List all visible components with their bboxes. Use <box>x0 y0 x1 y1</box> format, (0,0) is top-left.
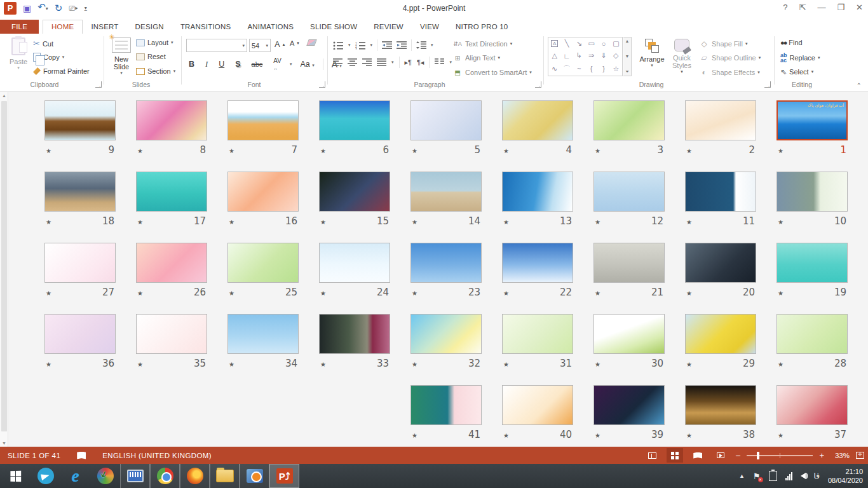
transition-star-icon[interactable]: ★ <box>412 432 417 439</box>
cut-button[interactable]: ✂Cut <box>33 39 53 48</box>
slide-image-14[interactable] <box>410 172 482 212</box>
transition-star-icon[interactable]: ★ <box>503 219 509 226</box>
taskbar-internet-explorer[interactable]: e <box>60 464 90 488</box>
shape-right-arrow-icon[interactable]: ⇒ <box>588 51 594 60</box>
transition-star-icon[interactable]: ★ <box>229 147 234 154</box>
transition-star-icon[interactable]: ★ <box>503 147 509 154</box>
shape-effects-button[interactable]: ◐Shape Effects▾ <box>699 67 760 78</box>
slide-thumbnail-41[interactable]: ★41 <box>410 385 482 440</box>
right-to-left-direction-button[interactable]: ¶◂ <box>417 58 424 67</box>
slide-image-8[interactable] <box>136 100 207 140</box>
replace-button[interactable]: abacReplace▾ <box>780 53 820 63</box>
zoom-in-button[interactable]: + <box>819 451 824 460</box>
slide-image-23[interactable] <box>410 243 482 283</box>
shape-text-box-icon[interactable]: A <box>551 40 558 47</box>
tab-review[interactable]: REVIEW <box>365 20 412 34</box>
slide-thumbnail-23[interactable]: ★23 <box>410 243 482 298</box>
close-icon[interactable]: ✕ <box>856 3 863 12</box>
align-left-icon[interactable] <box>333 58 342 66</box>
action-center-flag-icon[interactable]: ⚑ <box>753 471 761 481</box>
slide-thumbnail-2[interactable]: ★2 <box>685 100 756 156</box>
transition-star-icon[interactable]: ★ <box>137 361 143 368</box>
slide-thumbnail-19[interactable]: ★19 <box>776 243 848 298</box>
decrease-font-size-button[interactable]: A▾ <box>290 39 299 47</box>
transition-star-icon[interactable]: ★ <box>46 361 51 368</box>
transition-star-icon[interactable]: ★ <box>412 147 417 154</box>
slide-thumbnail-10[interactable]: ★10 <box>776 172 848 227</box>
numbering-icon[interactable]: 123 <box>355 41 366 50</box>
slide-thumbnail-34[interactable]: ★34 <box>227 314 299 369</box>
slide-thumbnail-24[interactable]: ★24 <box>319 243 390 298</box>
transition-star-icon[interactable]: ★ <box>595 219 600 226</box>
slide-image-12[interactable] <box>593 172 665 212</box>
left-to-right-direction-button[interactable]: ▸¶ <box>405 58 412 67</box>
tab-transitions[interactable]: TRANSITIONS <box>172 20 240 34</box>
slide-image-38[interactable] <box>685 385 756 425</box>
slide-image-30[interactable] <box>593 314 665 354</box>
underline-button[interactable]: U <box>216 59 227 69</box>
shape-arc-icon[interactable]: ⌒ <box>563 64 570 74</box>
slide-image-20[interactable] <box>685 243 756 283</box>
shape-down-arrow-icon[interactable]: ⇓ <box>600 51 606 60</box>
transition-star-icon[interactable]: ★ <box>46 147 51 154</box>
slide-image-33[interactable] <box>319 314 390 354</box>
slide-image-39[interactable] <box>593 385 665 425</box>
change-case-button[interactable]: Aa ▾ <box>297 59 316 69</box>
bullets-icon[interactable] <box>333 41 344 50</box>
transition-star-icon[interactable]: ★ <box>229 361 234 368</box>
slide-thumbnail-29[interactable]: ★29 <box>685 314 756 369</box>
quick-styles-button[interactable]: Quick Styles▾ <box>667 36 696 81</box>
slide-thumbnail-31[interactable]: ★31 <box>502 314 573 369</box>
language-indicator[interactable]: ENGLISH (UNITED KINGDOM) <box>102 452 212 459</box>
slide-image-13[interactable] <box>502 172 573 212</box>
slide-image-31[interactable] <box>502 314 573 354</box>
slide-thumbnail-18[interactable]: ★18 <box>44 172 116 227</box>
font-size-combo[interactable]: 54▾ <box>249 39 271 52</box>
transition-star-icon[interactable]: ★ <box>778 219 783 226</box>
font-dialog-launcher[interactable] <box>319 81 325 88</box>
tab-animations[interactable]: ANIMATIONS <box>239 20 302 34</box>
fit-slide-to-window-icon[interactable] <box>856 452 864 459</box>
shape-snip-shape-icon[interactable]: ◇ <box>613 51 618 60</box>
tab-slide-show[interactable]: SLIDE SHOW <box>302 20 365 34</box>
slide-thumbnail-36[interactable]: ★36 <box>44 314 116 369</box>
slide-image-26[interactable] <box>136 243 207 283</box>
clear-formatting-button[interactable] <box>308 39 316 46</box>
slide-thumbnail-33[interactable]: ★33 <box>319 314 390 369</box>
transition-star-icon[interactable]: ★ <box>595 432 600 439</box>
slide-thumbnail-37[interactable]: ★37 <box>776 385 848 440</box>
spell-check-icon[interactable] <box>77 452 86 459</box>
shape-outline-button[interactable]: ▱Shape Outline▾ <box>699 53 761 63</box>
convert-to-smartart-button[interactable]: ⬒Convert to SmartArt▾ <box>452 67 532 78</box>
shape-star-icon[interactable]: ☆ <box>613 65 619 73</box>
volume-icon[interactable] <box>801 473 806 479</box>
line-spacing-icon[interactable] <box>416 41 426 49</box>
slide-thumbnail-25[interactable]: ★25 <box>227 243 299 298</box>
shape-brace-right-icon[interactable]: } <box>602 65 605 72</box>
input-language-indicator[interactable]: فا <box>814 471 820 480</box>
transition-star-icon[interactable]: ★ <box>503 290 509 297</box>
slide-image-16[interactable] <box>227 172 299 212</box>
slide-thumbnail-38[interactable]: ★38 <box>685 385 756 440</box>
slide-image-22[interactable] <box>502 243 573 283</box>
shape-oval-icon[interactable]: ○ <box>602 40 606 48</box>
transition-star-icon[interactable]: ★ <box>320 147 326 154</box>
slide-thumbnail-3[interactable]: ★3 <box>593 100 665 156</box>
slide-thumbnail-13[interactable]: ★13 <box>502 172 573 227</box>
taskbar-chrome[interactable] <box>150 464 180 488</box>
slide-image-3[interactable] <box>593 100 665 140</box>
tab-file[interactable]: FILE <box>0 20 39 34</box>
transition-star-icon[interactable]: ★ <box>229 290 234 297</box>
slide-thumbnail-30[interactable]: ★30 <box>593 314 665 369</box>
shape-line-icon[interactable]: ╲ <box>565 39 569 48</box>
slide-thumbnail-39[interactable]: ★39 <box>593 385 665 440</box>
slide-image-1[interactable]: آب فراوان، هوای پاک <box>776 100 848 140</box>
slide-thumbnail-22[interactable]: ★22 <box>502 243 573 298</box>
clipboard-dialog-launcher[interactable] <box>95 81 102 88</box>
zoom-out-button[interactable]: − <box>735 451 740 461</box>
slide-image-27[interactable] <box>44 243 116 283</box>
transition-star-icon[interactable]: ★ <box>595 361 600 368</box>
slide-show-button[interactable] <box>712 448 729 463</box>
slide-image-11[interactable] <box>685 172 756 212</box>
transition-star-icon[interactable]: ★ <box>46 219 51 226</box>
